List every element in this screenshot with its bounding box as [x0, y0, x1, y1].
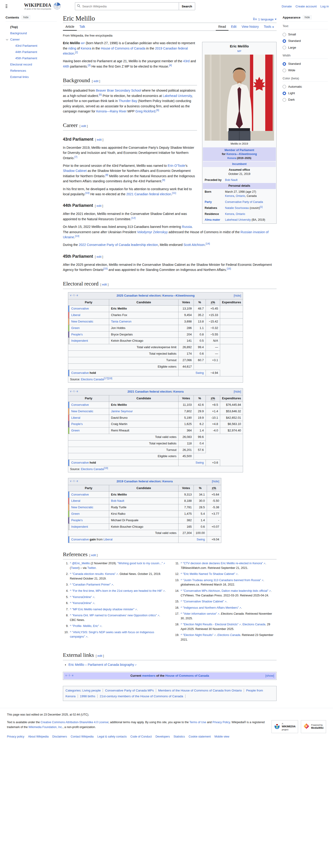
- footer-link[interactable]: Contact Wikipedia: [71, 734, 94, 739]
- toc-item[interactable]: References: [10, 67, 57, 74]
- wiki-link[interactable]: Russia: [182, 225, 192, 228]
- category-link[interactable]: Members of the House of Commons of Canad…: [158, 689, 242, 692]
- wiki-link[interactable]: 2021 Canadian federal election: [126, 192, 171, 196]
- radio-icon[interactable]: [282, 33, 286, 36]
- wiki-link[interactable]: "Election Night Results - Electoral Dist…: [183, 623, 241, 626]
- wiki-link[interactable]: Conservative: [71, 538, 89, 541]
- top-link[interactable]: Donate: [282, 5, 292, 8]
- width-radio[interactable]: Wide: [282, 67, 328, 73]
- radio-icon[interactable]: [282, 39, 286, 43]
- wiki-link[interactable]: Scott Aitchison: [184, 243, 205, 247]
- wiki-link[interactable]: House of Commons of Canada: [101, 46, 145, 50]
- view-tab[interactable]: Edit: [229, 23, 239, 31]
- party-label-link[interactable]: Party: [203, 200, 225, 205]
- wiki-link[interactable]: Tweet: [71, 566, 79, 569]
- wiki-link[interactable]: MP: [81, 42, 85, 45]
- radio-icon[interactable]: [282, 62, 286, 66]
- wiki-link[interactable]: "Conservative Shadow Cabinet"↗: [183, 600, 226, 603]
- wiki-link[interactable]: "Wishing good luck to my cousin..."↗: [118, 562, 165, 565]
- toc-item[interactable]: Background: [10, 30, 57, 36]
- wiki-link[interactable]: ^: [180, 623, 183, 626]
- wiki-link[interactable]: Wikimedia Foundation, Inc.: [28, 725, 63, 729]
- wiki-link[interactable]: ^: [70, 595, 72, 599]
- reference-citation-link[interactable]: [6]: [156, 109, 159, 112]
- categories-link[interactable]: Categories: [65, 689, 80, 692]
- mediawiki-badge[interactable]: Powered by MediaWiki: [301, 720, 326, 733]
- view-tab[interactable]: View history: [239, 23, 261, 31]
- wiki-link[interactable]: Kenora: [162, 479, 173, 483]
- tab[interactable]: Article: [63, 23, 77, 31]
- edit-link[interactable]: edit: [94, 79, 99, 83]
- wiki-link[interactable]: Kenora, Ontario: [225, 212, 245, 216]
- wiki-link[interactable]: "Kenora Ont. MP named to Conservatives' …: [72, 614, 159, 617]
- hide-table-button[interactable]: [hide]: [234, 293, 241, 298]
- edit-link[interactable]: edit: [97, 204, 102, 208]
- wiki-link[interactable]: Kenora—Kiiwetinoong: [226, 152, 257, 156]
- wiki-link[interactable]: ^: [180, 589, 183, 592]
- radio-icon[interactable]: [282, 46, 286, 49]
- wiki-link[interactable]: ^: [70, 608, 72, 611]
- wiki-link[interactable]: members: [142, 674, 156, 677]
- wiki-link[interactable]: Terms of Use: [189, 721, 206, 724]
- wiki-link[interactable]: "Indigenous and Northern Affairs Members…: [183, 606, 241, 609]
- wiki-link[interactable]: Creative Commons Attribution-ShareAlike …: [41, 721, 108, 724]
- wiki-link[interactable]: ^: [180, 600, 183, 603]
- wiki-link[interactable]: 43rd: [183, 59, 190, 63]
- wiki-link[interactable]: ^: [70, 583, 72, 586]
- party-link[interactable]: People's: [71, 422, 82, 426]
- wiki-link[interactable]: ^: [70, 631, 72, 634]
- party-link[interactable]: New Democratic: [71, 505, 93, 509]
- wiki-link[interactable]: Kenora: [225, 194, 234, 197]
- edit-link[interactable]: edit: [97, 255, 102, 258]
- wiki-link[interactable]: Kenora: [227, 157, 236, 159]
- color-radio[interactable]: Dark: [282, 96, 328, 103]
- wiki-link[interactable]: Volodymyr Zelenskyy: [137, 230, 168, 234]
- portrait-photo[interactable]: [203, 55, 276, 141]
- search-button[interactable]: Search: [179, 2, 195, 10]
- show-navbox-button[interactable]: [show]: [265, 674, 274, 678]
- party-link[interactable]: People's: [71, 519, 82, 522]
- toc-item[interactable]: Career: [10, 36, 57, 42]
- party-link[interactable]: Green: [71, 326, 79, 330]
- wiki-link[interactable]: Swing: [196, 461, 204, 464]
- wiki-link[interactable]: Swing: [197, 538, 205, 541]
- wiki-link[interactable]: "Profile- Melillo, Eric"↗: [72, 624, 101, 628]
- wiki-link[interactable]: ^: [70, 614, 72, 617]
- toc-item[interactable]: 43rd Parliament: [10, 42, 57, 49]
- footer-link[interactable]: Privacy policy: [7, 734, 24, 739]
- party-link[interactable]: Conservative: [71, 307, 89, 310]
- radio-icon[interactable]: [282, 98, 286, 101]
- party-link[interactable]: Conservative: [71, 403, 89, 406]
- wiki-link[interactable]: Incumbent: [232, 162, 246, 166]
- wiki-link[interactable]: 2025 Canadian federal election: [116, 294, 161, 297]
- party-link[interactable]: Liberal: [71, 499, 80, 502]
- wiki-link[interactable]: riding: [68, 46, 76, 50]
- category-link[interactable]: Living people: [82, 689, 101, 692]
- wiki-link[interactable]: Kenora: [81, 46, 91, 50]
- wiki-link[interactable]: Kenora—Rainy River: [96, 110, 127, 113]
- wiki-link[interactable]: ^: [70, 601, 72, 605]
- edit-link[interactable]: edit: [102, 283, 107, 286]
- wiki-link[interactable]: Elections Canada: [218, 633, 240, 637]
- wiki-link[interactable]: Beaver Brae Secondary School: [96, 89, 141, 92]
- alma-mater-label-link[interactable]: Alma mater: [203, 218, 225, 222]
- party-link[interactable]: New Democratic: [71, 409, 93, 413]
- color-radio[interactable]: Automatic: [282, 84, 328, 90]
- radio-icon[interactable]: [282, 92, 286, 95]
- footer-link[interactable]: Cookie statement: [189, 734, 211, 739]
- footer-link[interactable]: Legal & safety contacts: [97, 734, 127, 739]
- toc-item[interactable]: 45th Parliament: [10, 55, 57, 61]
- wiki-link[interactable]: ^: [180, 562, 183, 565]
- view-tab[interactable]: Tools: [261, 23, 276, 31]
- wiki-link[interactable]: Conservative: [71, 461, 89, 464]
- wiki-link[interactable]: "KenoraOnline"↗: [72, 595, 94, 599]
- chevron-down-icon[interactable]: [6, 38, 8, 40]
- wiki-link[interactable]: 2021 Canadian federal election: [127, 390, 171, 393]
- party-link[interactable]: Liberal: [71, 313, 80, 317]
- wiki-link[interactable]: "MP Eric Melillo named deputy shadow min…: [72, 608, 137, 611]
- wiki-link[interactable]: "KenoraOnline"↗: [72, 601, 94, 605]
- edit-link[interactable]: edit: [81, 124, 86, 128]
- wiki-link[interactable]: 2019 Canadian federal election: [116, 479, 161, 483]
- footer-link[interactable]: Statistics: [173, 734, 185, 739]
- wiki-link[interactable]: @Eric_Melillo: [72, 562, 90, 565]
